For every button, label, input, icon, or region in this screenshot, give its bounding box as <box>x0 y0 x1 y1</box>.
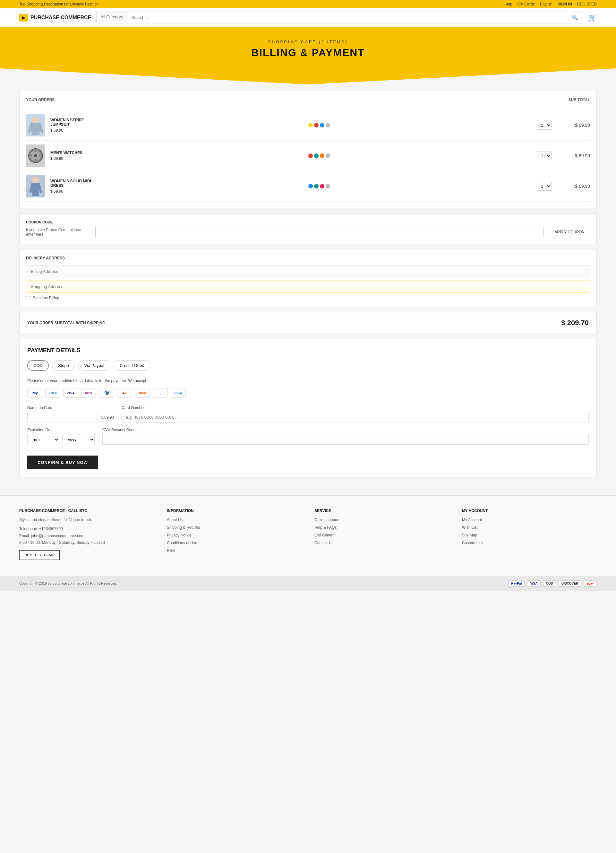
footer-link-privacy[interactable]: Privacy Notice <box>167 533 192 537</box>
footer-link-rss[interactable]: RSS <box>167 548 175 553</box>
order-subtotal-3: $ 69.90 <box>565 184 590 189</box>
bottom-bar: Copyright © 2019 by purchase commerce Al… <box>0 576 616 591</box>
coupon-section: COUPON CODE If you have Promo Code, plea… <box>19 214 597 244</box>
billing-address-input[interactable] <box>26 266 590 278</box>
order-info-2: MEN'S WATCHES $ 69.90 <box>50 150 102 161</box>
product-image-2 <box>26 144 45 167</box>
list-item: Online support <box>315 517 449 522</box>
footer-contact: Telephone: +1234567890 Email: john@purch… <box>19 525 154 546</box>
shipping-address-input[interactable] <box>26 281 590 293</box>
footer-link-conditions[interactable]: Conditions of Use <box>167 540 197 545</box>
help-link[interactable]: Help <box>504 2 512 6</box>
payment-method-stripe[interactable]: Stripe <box>52 360 75 371</box>
footer-link-site-map[interactable]: Site Map <box>462 533 477 537</box>
search-button[interactable]: 🔍 <box>567 12 583 23</box>
sign-in-link[interactable]: SIGN IN <box>558 2 572 6</box>
paypal-badge: PayPal <box>509 580 525 587</box>
mastercard-icon: ●● <box>117 388 132 398</box>
expiry-year-select[interactable]: yyyy 2024202520262027 <box>62 434 95 445</box>
color-dot <box>320 184 324 188</box>
footer-link-custom[interactable]: Custom Link <box>462 540 483 545</box>
product-colors-3 <box>102 184 537 188</box>
footer-grid: PURCHASE COMMERCE - CALLISTO Stylist and… <box>19 508 597 560</box>
footer-service-col: SERVICE Online support Help & FAQs Call … <box>315 508 449 560</box>
card-number-group: Card Number <box>122 405 589 422</box>
footer-link-help-faqs[interactable]: Help & FAQs <box>315 525 336 530</box>
footer-link-online-support[interactable]: Online support <box>315 518 339 522</box>
cod-badge: COD <box>543 580 556 587</box>
product-price-3: $ 69.90 <box>50 189 102 194</box>
orders-label: YOUR ORDERS <box>26 97 54 102</box>
logo-icon: ▶ <box>19 14 28 21</box>
card-number-input[interactable] <box>122 412 589 422</box>
orders-section: YOUR ORDERS SUB TOTAL WOMEN'S STRIPE JUM… <box>19 91 597 208</box>
footer-information-title: INFORMATION <box>167 508 301 513</box>
language-link[interactable]: English <box>540 2 552 6</box>
card-number-label: Card Number <box>122 405 589 410</box>
product-name-3: WOMEN'S SOLID MIDI DRESS <box>50 179 102 188</box>
color-dot <box>320 123 324 127</box>
footer-link-call-center[interactable]: Call Center <box>315 533 334 537</box>
top-bar-right: Help Gift Cards English SIGN IN REGISTER <box>504 2 597 6</box>
footer-link-wish-list[interactable]: Wish List <box>462 525 478 530</box>
amount-note: $ 69.90 <box>101 415 114 420</box>
confirm-buy-button[interactable]: CONFIRM & BUY NOW <box>27 455 98 469</box>
footer-link-about[interactable]: About Us <box>167 518 183 522</box>
cart-button[interactable]: 🛒 <box>588 14 597 22</box>
list-item: About Us <box>167 517 301 522</box>
apple-pay-icon:  <box>153 388 168 398</box>
expiration-label: Expiration Date <box>27 428 95 432</box>
list-item: Conditions of Use <box>167 540 301 545</box>
header: ▶ PURCHASE COMMERCE All Category 🔍 🛒 <box>0 8 616 27</box>
apply-coupon-button[interactable]: APPLY COUPON <box>549 227 590 237</box>
cvv-input[interactable] <box>102 434 589 445</box>
quantity-select-1[interactable]: 123 <box>537 121 551 130</box>
table-row: MEN'S WATCHES $ 69.90 123 $ 69.90 <box>26 141 590 171</box>
expiry-cvv-row: Expiration Date mm 01020304 05060708 091… <box>27 428 589 445</box>
gift-cards-link[interactable]: Gift Cards <box>518 2 535 6</box>
logo: ▶ PURCHASE COMMERCE <box>19 14 91 21</box>
footer-link-my-account[interactable]: My Account <box>462 518 482 522</box>
visa-badge: VISA <box>527 580 540 587</box>
name-on-card-input[interactable] <box>27 412 98 422</box>
footer-brand-col: PURCHASE COMMERCE - CALLISTO Stylist and… <box>19 508 154 560</box>
cvv-group: CVV Security Code: <box>102 428 589 445</box>
list-item: Shipping & Returns <box>167 525 301 530</box>
expiration-group: Expiration Date mm 01020304 05060708 091… <box>27 428 95 445</box>
coupon-input[interactable] <box>95 227 544 237</box>
order-qty-2: 123 <box>537 152 551 160</box>
same-as-billing-checkbox[interactable] <box>26 296 30 300</box>
search-input[interactable] <box>127 12 567 23</box>
register-link[interactable]: REGISTER <box>577 2 597 6</box>
footer-email: Email: john@purchasecommerce.com <box>19 533 154 540</box>
product-colors-1 <box>102 123 537 127</box>
paypal-icon: Pay <box>27 388 42 398</box>
list-item: Custom Link <box>462 540 597 545</box>
quantity-select-2[interactable]: 123 <box>537 152 551 160</box>
product-image-3 <box>26 175 45 197</box>
payment-title: PAYMENT DETAILS <box>27 347 589 354</box>
payment-badges: PayPal VISA COD DISCOVER ebay <box>509 580 597 587</box>
coupon-row: If you have Promo Code, please enter her… <box>26 227 590 237</box>
orders-header: YOUR ORDERS SUB TOTAL <box>26 97 590 105</box>
subtotal-header: SUB TOTAL <box>568 97 590 102</box>
buy-theme-button[interactable]: BUY THIS THEME <box>19 550 60 560</box>
payment-method-cod[interactable]: COD <box>27 360 49 371</box>
color-dot <box>314 123 319 127</box>
card-name-row: Name on Card $ 69.90 Card Number <box>27 405 589 422</box>
product-name-2: MEN'S WATCHES <box>50 150 102 155</box>
list-item: RSS <box>167 548 301 553</box>
footer-brand-desc: Stylist and elegant theme for Vogue tren… <box>19 517 154 523</box>
subtotal-value: $ 209.70 <box>561 319 589 327</box>
footer-link-shipping[interactable]: Shipping & Returns <box>167 525 200 530</box>
name-on-card-label: Name on Card <box>27 405 114 410</box>
payment-method-paypal[interactable]: Via Paypal <box>78 360 110 371</box>
quantity-select-3[interactable]: 123 <box>537 182 551 191</box>
search-category[interactable]: All Category <box>97 12 127 23</box>
footer-link-contact[interactable]: Contact Us <box>315 540 333 545</box>
expiry-month-select[interactable]: mm 01020304 05060708 09101112 <box>27 434 59 445</box>
footer: PURCHASE COMMERCE - CALLISTO Stylist and… <box>0 495 616 576</box>
color-dot <box>325 123 330 127</box>
paypal2-icon: Ⓑ <box>99 388 114 398</box>
payment-method-credit[interactable]: Credit / Debit <box>114 360 150 371</box>
